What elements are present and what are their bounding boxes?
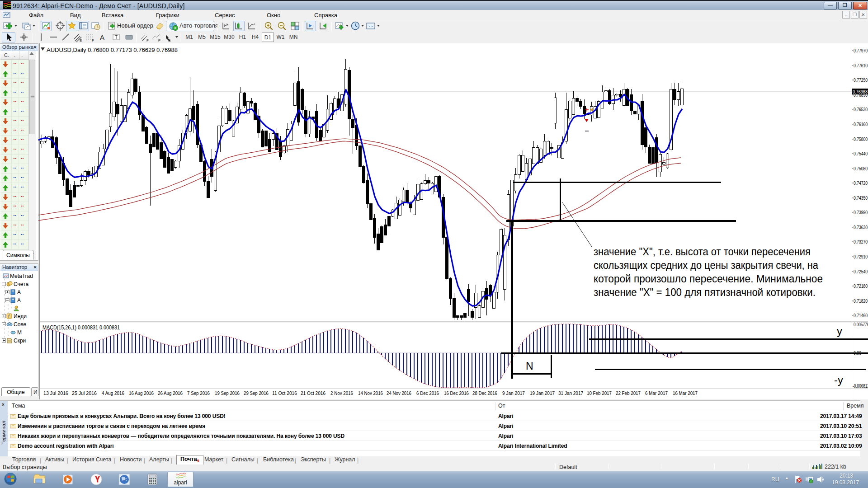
svg-text:0.77970: 0.77970 — [854, 48, 868, 53]
svg-text:0.74350: 0.74350 — [854, 195, 868, 201]
svg-text:значение "X" = 100 для пятизна: значение "X" = 100 для пятизначной котир… — [594, 286, 816, 298]
svg-text:0.73270: 0.73270 — [854, 239, 868, 244]
svg-text:16 Aug 2016: 16 Aug 2016 — [129, 390, 154, 396]
svg-text:0.005779: 0.005779 — [854, 322, 868, 327]
svg-text:-у: -у — [834, 374, 843, 386]
svg-text:31 Jan 2017: 31 Jan 2017 — [558, 390, 583, 396]
svg-text:29 Sep 2016: 29 Sep 2016 — [244, 390, 269, 396]
svg-text:26 Aug 2016: 26 Aug 2016 — [158, 390, 183, 396]
svg-text:у: у — [837, 325, 842, 337]
svg-text:14 Nov 2016: 14 Nov 2016 — [358, 390, 383, 396]
svg-text:0.71820: 0.71820 — [854, 298, 868, 304]
svg-text:0.75800: 0.75800 — [854, 136, 868, 142]
svg-text:MACD(15,26,1) 0.000831 0.00083: MACD(15,26,1) 0.000831 0.000831 — [42, 324, 120, 331]
svg-text:4 Aug 2016: 4 Aug 2016 — [102, 390, 124, 396]
svg-text:24 Nov 2016: 24 Nov 2016 — [387, 390, 411, 396]
svg-text:0.72180: 0.72180 — [854, 283, 868, 289]
svg-text:0.75080: 0.75080 — [854, 166, 868, 171]
svg-text:N: N — [526, 360, 533, 372]
svg-text:0.74720: 0.74720 — [854, 180, 868, 186]
svg-text:0.73990: 0.73990 — [854, 210, 868, 215]
svg-text:AUDUSD,Daily 0.76800 0.77173: AUDUSD,Daily 0.76800 0.77173 0.76629 0.7… — [47, 47, 178, 53]
svg-text:11 Oct 2016: 11 Oct 2016 — [272, 390, 297, 396]
svg-text:0.76160: 0.76160 — [854, 122, 868, 127]
svg-text:19 Jan 2017: 19 Jan 2017 — [530, 390, 555, 396]
svg-text:6 Dec 2016: 6 Dec 2016 — [416, 390, 439, 396]
svg-text:21 Oct 2016: 21 Oct 2016 — [301, 390, 326, 396]
svg-text:19 Sep 2016: 19 Sep 2016 — [215, 390, 240, 396]
svg-text:22 Feb 2017: 22 Feb 2017 — [616, 390, 641, 396]
svg-text:0.00: 0.00 — [854, 350, 861, 356]
svg-text:13 Jul 2016: 13 Jul 2016 — [43, 390, 68, 396]
svg-text:0.73630: 0.73630 — [854, 225, 868, 230]
svg-text:0.77250: 0.77250 — [854, 77, 868, 83]
svg-text:2 Nov 2016: 2 Nov 2016 — [330, 390, 353, 396]
svg-text:значение "X", т.е. высота от т: значение "X", т.е. высота от точки перес… — [594, 246, 811, 258]
svg-text:0.77610: 0.77610 — [854, 63, 868, 68]
svg-text:6 Mar 2017: 6 Mar 2017 — [645, 390, 668, 396]
svg-text:0.71460: 0.71460 — [854, 313, 868, 318]
svg-text:16 Mar 2017: 16 Mar 2017 — [673, 390, 698, 396]
svg-text:-0.006812: -0.006812 — [853, 383, 868, 389]
svg-text:25 Jul 2016: 25 Jul 2016 — [72, 390, 97, 396]
svg-text:0.76988: 0.76988 — [853, 89, 868, 94]
svg-text:28 Dec 2016: 28 Dec 2016 — [472, 390, 497, 396]
svg-text:0.72540: 0.72540 — [854, 269, 868, 274]
svg-text:10 Feb 2017: 10 Feb 2017 — [587, 390, 612, 396]
svg-text:скользящих средних до цены зак: скользящих средних до цены закрытия свеч… — [594, 259, 818, 271]
svg-text:0.76530: 0.76530 — [854, 107, 868, 112]
svg-text:0.75440: 0.75440 — [854, 151, 868, 156]
svg-text:7 Sep 2016: 7 Sep 2016 — [187, 390, 210, 396]
svg-text:9 Jan 2017: 9 Jan 2017 — [502, 390, 525, 396]
svg-text:которой произошло пересечение.: которой произошло пересечение. Минимальн… — [594, 273, 823, 285]
svg-text:16 Dec 2016: 16 Dec 2016 — [444, 390, 469, 396]
svg-text:0.72910: 0.72910 — [854, 254, 868, 259]
